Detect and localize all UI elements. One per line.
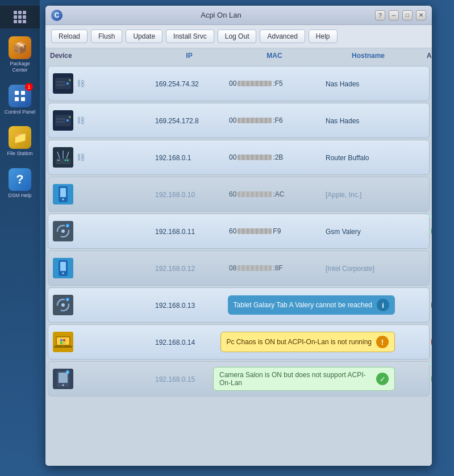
mac-blurred xyxy=(238,228,272,234)
table-row: ⛓ 192.168.0.1 00 :2B Router Buffalo xyxy=(48,140,430,175)
ip-cell: 169.254.172.8 xyxy=(155,115,229,126)
help-window-button[interactable]: ? xyxy=(375,10,385,20)
wake-on-lan-button[interactable]: Wake On Lan xyxy=(431,220,432,242)
advanced-button[interactable]: Advanced xyxy=(260,30,305,43)
sidebar-item-control-panel[interactable]: 1 Control Panel xyxy=(2,81,38,119)
mac-suffix: :2B xyxy=(273,153,283,161)
spinner-device-icon: + xyxy=(53,295,73,315)
close-button[interactable]: ✕ xyxy=(416,10,426,20)
ip-value: 192.168.0.15 xyxy=(155,375,195,383)
minimize-button[interactable]: – xyxy=(389,10,399,20)
sidebar-item-file-station[interactable]: 📁 File Station xyxy=(2,123,38,160)
window-title: Acpi On Lan xyxy=(67,11,375,19)
table-row: 192.168.0.12 08 :8F [Intel Corporate] xyxy=(48,250,430,286)
log-out-button[interactable]: Log Out xyxy=(218,30,257,43)
main-area: C Acpi On Lan ? – □ ✕ Reload Flush Updat… xyxy=(40,0,454,476)
svg-rect-1 xyxy=(21,91,25,95)
svg-rect-26 xyxy=(60,188,66,197)
table-row: + 192.168.0.11 60 F9 Gsm Valery xyxy=(48,214,430,249)
col-hostname: Hostname xyxy=(323,52,414,60)
action-cell: Wake On Lan xyxy=(416,220,432,242)
col-mac: MAC xyxy=(226,52,323,60)
wake-on-lan-label: Wake On Lan xyxy=(428,214,432,219)
notification-info: Tablet Galaxy Tab A Valery cannot be rea… xyxy=(228,295,395,315)
svg-rect-17 xyxy=(56,158,70,164)
toolbar: Reload Flush Update Install Srvc Log Out… xyxy=(45,25,432,48)
laptop-device-icon xyxy=(53,332,73,352)
reload-button[interactable]: Reload xyxy=(51,30,88,43)
device-cell-9: + xyxy=(53,369,155,389)
dsm-help-icon: ? xyxy=(9,168,31,191)
svg-rect-47 xyxy=(60,339,63,341)
mac-prefix: 60 xyxy=(229,227,236,235)
sidebar: 📦 PackageCenter 1 Control Panel 📁 File S… xyxy=(0,0,40,476)
ip-cell: 192.168.0.14 xyxy=(155,337,229,347)
mac-blurred xyxy=(238,81,272,86)
nas-device-icon xyxy=(53,110,73,131)
control-panel-label: Control Panel xyxy=(5,109,36,115)
hostname-value: Gsm Valery xyxy=(326,228,361,236)
device-cell-2: ⛓ xyxy=(53,110,155,131)
ip-cell: 192.168.0.11 xyxy=(155,226,229,236)
shutdown-button[interactable]: Shutdown xyxy=(431,331,432,353)
action-cell xyxy=(416,294,432,316)
action-cell: Wake On Lan xyxy=(416,368,432,390)
sidebar-item-dsm-help[interactable]: ? DSM Help xyxy=(2,165,38,202)
update-button[interactable]: Update xyxy=(126,30,163,43)
window-titlebar: C Acpi On Lan ? – □ ✕ xyxy=(45,6,432,25)
svg-point-20 xyxy=(65,160,66,161)
mac-cell: 60 F9 xyxy=(229,227,326,235)
mac-prefix: 00 xyxy=(229,153,236,161)
svg-point-19 xyxy=(67,160,69,161)
window-controls: ? – □ ✕ xyxy=(375,10,426,20)
hostname-cell: Nas Hades xyxy=(326,115,416,126)
table-row: ⛓ 169.254.172.8 00 :F6 Nas Hades xyxy=(48,103,430,138)
table-row: 192.168.0.10 60 :AC [Apple, Inc.] xyxy=(48,177,430,212)
install-srvc-button[interactable]: Install Srvc xyxy=(166,30,214,43)
ip-value: 192.168.0.14 xyxy=(155,339,195,346)
svg-rect-3 xyxy=(21,97,25,101)
file-station-icon: 📁 xyxy=(9,126,31,149)
router-device-icon xyxy=(53,147,73,168)
control-panel-badge: 1 xyxy=(25,83,33,91)
device-cell-8 xyxy=(53,332,155,352)
flush-button[interactable]: Flush xyxy=(91,30,122,43)
svg-rect-35 xyxy=(60,262,66,271)
ip-cell: 192.168.0.10 xyxy=(155,189,229,199)
sidebar-top-bar xyxy=(0,6,40,28)
svg-rect-13 xyxy=(56,118,65,120)
svg-point-30 xyxy=(61,229,65,233)
device-cell-6 xyxy=(53,258,155,278)
sidebar-item-package-center[interactable]: 📦 PackageCenter xyxy=(2,33,38,77)
ip-cell: 192.168.0.13 xyxy=(155,300,229,310)
hostname-value: Nas Hades xyxy=(326,117,359,125)
refresh-button[interactable] xyxy=(431,294,432,316)
grid-icon[interactable] xyxy=(14,11,26,23)
svg-rect-2 xyxy=(15,97,19,101)
device-cell-1: ⛓ xyxy=(53,73,155,94)
svg-point-9 xyxy=(69,80,71,81)
wake-on-lan-label: Wake On Lan xyxy=(428,361,432,366)
help-button[interactable]: Help xyxy=(309,30,338,43)
table-row: + 192.168.0.13 00 :0C Nvidia Shield Tv xyxy=(48,287,430,323)
ip-value: 169.254.74.32 xyxy=(155,80,199,88)
mobile-device-icon xyxy=(53,184,73,204)
mac-suffix: F9 xyxy=(273,227,281,235)
mac-blurred xyxy=(238,155,272,160)
svg-point-36 xyxy=(63,273,64,274)
table-row: + 192.168.0.15 90 7E Tablet Galaxy Tab A… xyxy=(48,361,430,396)
hostname-cell: [Apple, Inc.] xyxy=(326,189,416,199)
mac-cell: 00 :F5 xyxy=(229,80,326,87)
svg-text:+: + xyxy=(66,224,68,228)
wake-on-lan-button[interactable]: Wake On Lan xyxy=(431,368,432,390)
spinner-device-icon: + xyxy=(53,221,73,241)
link-icon: ⛓ xyxy=(77,116,85,125)
device-cell-3: ⛓ xyxy=(53,147,155,168)
ip-cell: 169.254.74.32 xyxy=(155,78,229,89)
svg-rect-49 xyxy=(60,342,63,344)
notification-text: Pc Chaos is ON but ACPI-On-Lan is not ru… xyxy=(227,338,372,346)
mac-blurred xyxy=(238,118,272,123)
mac-suffix: :F5 xyxy=(273,80,282,87)
maximize-button[interactable]: □ xyxy=(402,10,413,20)
svg-rect-14 xyxy=(56,121,65,123)
